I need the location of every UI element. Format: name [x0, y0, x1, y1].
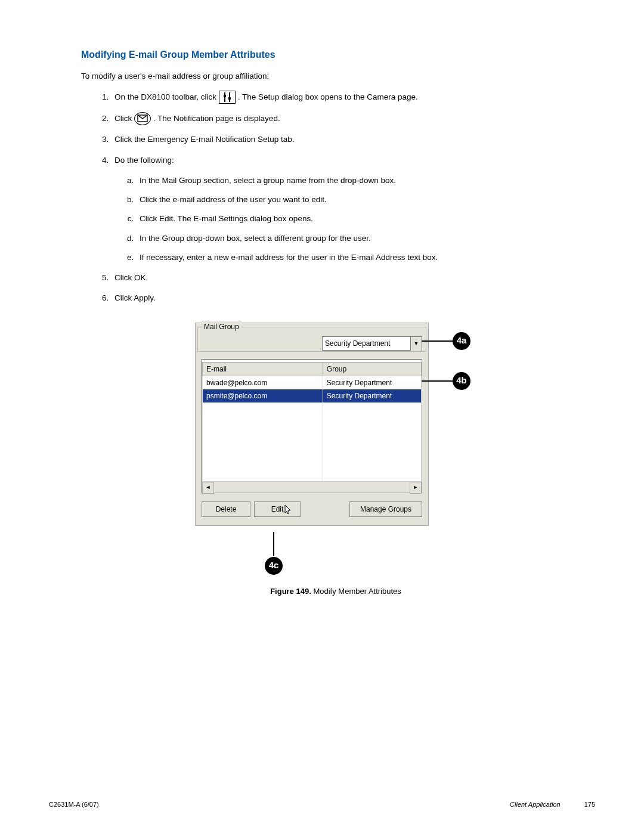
svg-rect-1 — [228, 97, 231, 100]
substep-e: If necessary, enter a new e-mail address… — [136, 252, 590, 264]
group-dropdown[interactable]: Security Department ▼ — [322, 336, 422, 352]
table-row[interactable] — [203, 416, 422, 429]
footer-page-number: 175 — [584, 800, 595, 810]
steps-list: On the DX8100 toolbar, click . The Setup… — [81, 91, 590, 304]
step-1-text-b: . The Setup dialog box opens to the Came… — [238, 92, 418, 101]
callout-line-4c — [273, 532, 274, 556]
figure-text: Modify Member Attributes — [311, 587, 401, 596]
table-row[interactable] — [203, 468, 422, 481]
figure-label: Figure 149. — [270, 587, 311, 596]
cell-group: Security Department — [323, 389, 421, 402]
callout-4c: 4c — [265, 557, 283, 575]
callout-4a: 4a — [453, 332, 470, 350]
footer-app: Client Application — [510, 800, 561, 810]
table-row[interactable] — [203, 429, 422, 442]
col-email[interactable]: E-mail — [203, 362, 323, 376]
callout-4c-wrap: 4c — [265, 532, 283, 575]
substep-d: In the Group drop-down box, select a dif… — [136, 233, 590, 244]
group-dropdown-value: Security Department — [322, 336, 411, 351]
col-group[interactable]: Group — [323, 362, 421, 376]
manage-groups-button[interactable]: Manage Groups — [349, 501, 422, 517]
edit-button-label: Edit — [271, 505, 284, 513]
envelope-icon — [134, 112, 151, 125]
intro-text: To modify a user's e-mail address or gro… — [81, 70, 590, 82]
setup-icon — [219, 91, 236, 104]
cell-email: bwade@pelco.com — [203, 376, 323, 389]
mail-group-table: E-mail Group bwade@pelco.com Security De… — [202, 362, 422, 481]
cell-group: Security Department — [323, 376, 421, 389]
table-row[interactable] — [203, 442, 422, 455]
cursor-icon — [284, 504, 293, 518]
substep-a: In the Mail Group section, select a grou… — [136, 175, 590, 187]
step-2: Click . The Notification page is display… — [111, 112, 590, 125]
edit-button[interactable]: Edit — [254, 501, 301, 517]
svg-rect-0 — [224, 95, 226, 97]
figure-caption: Figure 149. Modify Member Attributes — [270, 586, 401, 597]
step-3: Click the Emergency E-mail Notification … — [111, 134, 590, 145]
substep-b: Click the e-mail address of the user you… — [136, 194, 590, 206]
substeps-list: In the Mail Group section, select a grou… — [114, 175, 590, 264]
step-4: Do the following: In the Mail Group sect… — [111, 154, 590, 264]
table-row[interactable] — [203, 455, 422, 468]
chevron-down-icon[interactable]: ▼ — [411, 336, 422, 352]
scroll-left-icon[interactable]: ◄ — [202, 482, 214, 494]
scroll-right-icon[interactable]: ► — [410, 482, 422, 494]
step-4-text: Do the following: — [114, 156, 174, 165]
table-row[interactable]: bwade@pelco.com Security Department — [203, 376, 422, 389]
step-6: Click Apply. — [111, 292, 590, 304]
table-row[interactable]: psmite@pelco.com Security Department — [203, 389, 422, 402]
page-footer: C2631M-A (6/07) Client Application 175 — [49, 800, 595, 810]
step-5: Click OK. — [111, 272, 590, 284]
mail-group-panel: Mail Group Security Department ▼ E-mail … — [195, 323, 429, 526]
figure-149: Mail Group Security Department ▼ E-mail … — [81, 323, 590, 597]
step-2-text-b: . The Notification page is displayed. — [153, 114, 280, 123]
mail-group-table-wrap: E-mail Group bwade@pelco.com Security De… — [202, 359, 422, 493]
delete-button[interactable]: Delete — [202, 501, 250, 517]
panel-buttons: Delete Edit Manage Groups — [202, 501, 422, 517]
footer-doc-id: C2631M-A (6/07) — [49, 800, 99, 810]
substep-c: Click Edit. The E-mail Settings dialog b… — [136, 213, 590, 225]
mail-group-legend: Mail Group — [202, 321, 242, 332]
step-1: On the DX8100 toolbar, click . The Setup… — [111, 91, 590, 104]
callout-4b: 4b — [453, 372, 470, 390]
step-1-text-a: On the DX8100 toolbar, click — [114, 92, 219, 101]
cell-email: psmite@pelco.com — [203, 389, 323, 402]
section-heading: Modifying E-mail Group Member Attributes — [81, 48, 590, 62]
callout-line-4a — [422, 340, 453, 342]
horizontal-scrollbar[interactable]: ◄ ► — [202, 481, 422, 493]
callout-line-4b — [422, 380, 453, 382]
table-row[interactable] — [203, 402, 422, 416]
step-2-text-a: Click — [114, 114, 134, 123]
